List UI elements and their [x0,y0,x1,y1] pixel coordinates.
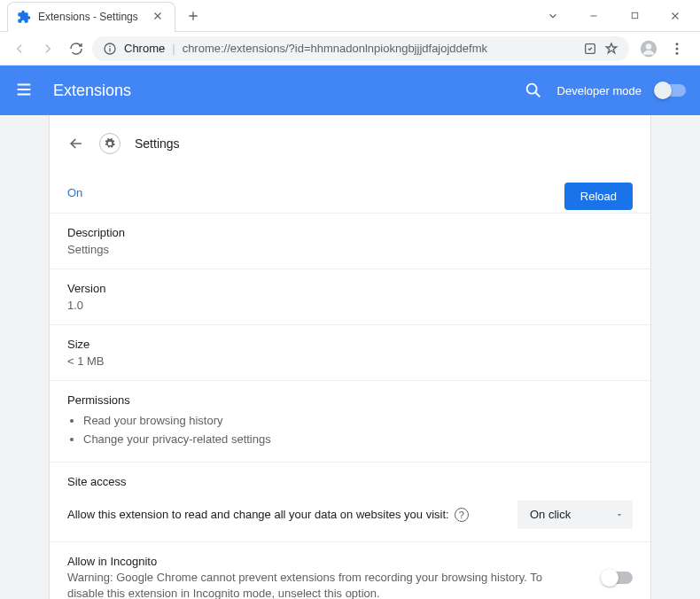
back-arrow-icon[interactable] [67,135,85,152]
on-status[interactable]: On [67,186,82,199]
site-info-icon[interactable] [103,42,117,56]
maximize-button[interactable] [622,4,647,28]
svg-rect-0 [632,12,637,18]
site-access-label: Site access [67,475,633,488]
svg-point-6 [646,43,652,50]
reload-button[interactable] [64,36,89,61]
bookmark-icon[interactable] [604,42,618,56]
permissions-list: Read your browsing history Change your p… [67,412,633,449]
svg-point-9 [676,51,679,54]
help-icon[interactable]: ? [455,508,469,522]
chevron-down-icon [615,510,624,519]
site-access-text: Allow this extension to read and change … [67,508,449,521]
address-bar[interactable]: Chrome | chrome://extensions/?id=hhmnado… [92,36,629,61]
permission-item: Read your browsing history [83,412,633,431]
window-titlebar: Extensions - Settings [0,0,700,32]
svg-rect-3 [109,48,110,51]
close-window-button[interactable] [663,4,688,28]
svg-point-2 [109,45,111,47]
version-value: 1.0 [67,299,633,312]
version-label: Version [67,282,633,295]
dev-mode-toggle[interactable] [656,84,686,97]
url-prefix: Chrome [124,42,165,55]
page-title: Settings [135,136,180,151]
browser-tab[interactable]: Extensions - Settings [7,2,175,32]
menu-icon[interactable] [666,38,688,59]
description-value: Settings [67,243,633,256]
extension-detail-card: Settings On Reload Description Settings … [49,115,651,599]
back-button[interactable] [7,36,32,61]
svg-point-7 [676,43,679,45]
share-icon[interactable] [583,42,597,56]
size-section: Size < 1 MB [50,325,650,381]
gear-icon [99,133,121,154]
permissions-label: Permissions [67,393,633,407]
forward-button[interactable] [35,36,60,61]
extensions-header: Extensions Developer mode [0,66,700,115]
description-section: Description Settings [50,214,650,269]
browser-toolbar: Chrome | chrome://extensions/?id=hhmnado… [0,32,700,66]
incognito-warning: Warning: Google Chrome cannot prevent ex… [67,570,603,599]
close-icon[interactable] [152,10,166,24]
search-icon[interactable] [524,81,543,100]
svg-point-10 [526,84,536,94]
page-header: Settings [50,115,650,172]
incognito-section: Allow in Incognito Warning: Google Chrom… [50,542,650,599]
chevron-down-icon[interactable] [541,4,565,28]
permissions-section: Permissions Read your browsing history C… [50,381,650,463]
svg-point-8 [676,47,679,50]
incognito-label: Allow in Incognito [67,555,603,568]
dropdown-value: On click [530,508,571,521]
tab-title: Extensions - Settings [38,11,146,23]
reload-extension-button[interactable]: Reload [564,183,633,210]
new-tab-button[interactable] [181,4,206,28]
window-controls [541,4,700,28]
app-title: Extensions [53,82,131,100]
url-text: chrome://extensions/?id=hhmnadonlnpiokng… [183,42,576,55]
content-scroll[interactable]: Settings On Reload Description Settings … [0,115,700,599]
incognito-toggle[interactable] [603,572,633,584]
version-section: Version 1.0 [50,269,650,325]
dev-mode-label: Developer mode [557,84,642,97]
profile-icon[interactable] [638,38,659,59]
minimize-button[interactable] [581,4,606,28]
status-section: On Reload [50,172,650,214]
description-label: Description [67,226,633,239]
size-value: < 1 MB [67,354,633,368]
hamburger-icon[interactable] [14,80,35,101]
size-label: Size [67,338,633,351]
site-access-section: Site access Allow this extension to read… [50,463,650,542]
puzzle-icon [17,10,31,24]
site-access-dropdown[interactable]: On click [517,501,633,529]
permission-item: Change your privacy-related settings [83,431,633,449]
